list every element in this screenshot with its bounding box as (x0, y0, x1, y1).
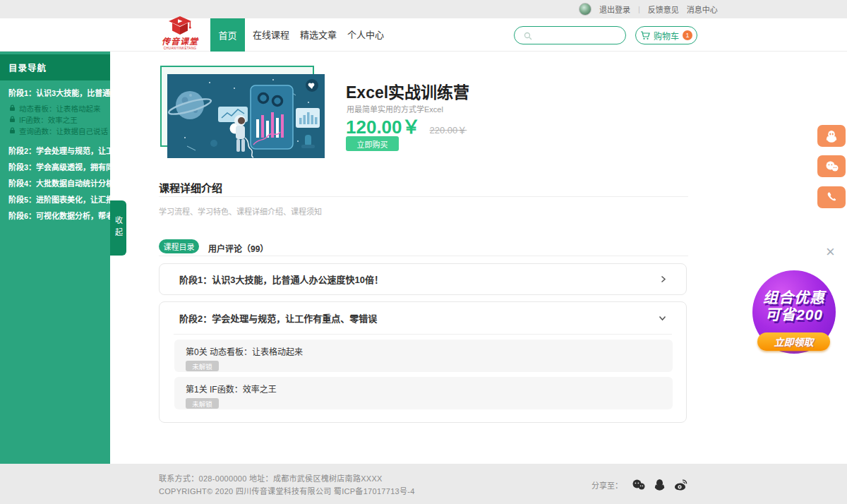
lock-icon (9, 127, 16, 134)
sidebar-stage-5[interactable]: 阶段5：进阶图表美化，让汇报一... (0, 191, 110, 207)
share-wechat-icon[interactable] (632, 479, 645, 491)
lock-icon (9, 116, 16, 123)
accordion-stage-1[interactable]: 阶段1：认识3大技能，比普通人办公速度快10倍！ (159, 263, 687, 295)
detail-summary: 学习流程、学习特色、课程详细介绍、课程须知 (159, 205, 322, 217)
sidebar-title: 目录导航 (0, 54, 110, 80)
feedback-link[interactable]: 反馈意见 (648, 4, 679, 15)
tab-online-courses[interactable]: 在线课程 (253, 18, 289, 52)
promo-close-icon[interactable]: × (826, 244, 835, 260)
promo-line-1: 组合优惠 (763, 289, 825, 306)
lock-icon (9, 104, 16, 112)
share-bar: 分享至： (591, 479, 687, 491)
logout-link[interactable]: 退出登录 (599, 4, 630, 15)
brand-subtitle: CHUANYINKETANG (162, 46, 198, 49)
promo-line-2: 可省200 (765, 306, 823, 323)
tab-home[interactable]: 首页 (210, 18, 245, 52)
promo-claim-button[interactable]: 立即领取 (757, 332, 830, 351)
wechat-icon (825, 161, 839, 172)
graduation-cap-icon (167, 16, 193, 35)
cart-icon (640, 31, 650, 40)
share-weibo-icon[interactable] (674, 479, 687, 491)
detail-section-title: 课程详细介绍 (159, 180, 222, 195)
sidebar-lesson-2[interactable]: IF函数：效率之王 (0, 114, 110, 125)
share-label: 分享至： (591, 479, 623, 491)
footer-copyright: COPYRIGHT© 2020 四川传音课堂科技有限公司 蜀ICP备170177… (159, 485, 415, 496)
stage-list: 阶段1：认识3大技能，比普通人... 动态看板：让表格动起来 IF函数：效率之王… (0, 84, 110, 223)
page: 退出登录 | 反馈意见 消息中心 传音课堂 CHUANYINKETANG 首页 … (0, 0, 847, 504)
brand-logo[interactable]: 传音课堂 CHUANYINKETANG (160, 16, 200, 50)
user-avatar[interactable] (579, 3, 591, 16)
phone-contact-button[interactable] (817, 186, 846, 208)
topbar-user-area: 退出登录 | 反馈意见 消息中心 (579, 0, 718, 18)
wechat-contact-button[interactable] (817, 155, 846, 177)
sidebar-stage-1[interactable]: 阶段1：认识3大技能，比普通人... (0, 84, 110, 100)
course-old-price: 220.00￥ (430, 123, 467, 136)
lesson-name: 第1关 IF函数：效率之王 (186, 383, 673, 395)
sidebar-stage-2[interactable]: 阶段2：学会处理与规范，让工作... (0, 142, 110, 158)
messages-link[interactable]: 消息中心 (687, 4, 718, 15)
buy-now-button[interactable]: 立即购买 (346, 136, 399, 151)
sidebar-stage-3[interactable]: 阶段3：学会高级透视，拥有同时... (0, 158, 110, 174)
locked-badge: 未解锁 (186, 361, 219, 371)
qq-icon (826, 130, 837, 143)
accordion-divider (174, 334, 672, 335)
brand-name: 传音课堂 (160, 38, 200, 46)
sidebar-stage-4[interactable]: 阶段4：大批数据自动统计分析，... (0, 174, 110, 191)
tab-user-comments[interactable]: 用户评论（99） (208, 242, 268, 254)
search-bar: 搜索 (514, 26, 626, 44)
sidebar-lesson-1[interactable]: 动态看板：让表格动起来 (0, 102, 110, 114)
sidebar-stage-6[interactable]: 阶段6：可视化数据分析，帮老板... (0, 207, 110, 223)
tab-personal-center[interactable]: 个人中心 (347, 18, 384, 52)
catalog-sidebar: 目录导航 阶段1：认识3大技能，比普通人... 动态看板：让表格动起来 IF函数… (0, 52, 110, 464)
lesson-item-0[interactable]: 第0关 动态看板：让表格动起来 未解锁 (174, 340, 673, 372)
section-divider (159, 196, 688, 197)
topbar: 退出登录 | 反馈意见 消息中心 (0, 0, 847, 18)
cart-count-badge: 1 (683, 30, 692, 40)
share-qq-icon[interactable] (654, 479, 665, 491)
price-row: 120.00￥ 220.00￥ (346, 112, 467, 138)
footer-contact: 联系方式：028-0000000 地址：成都市武侯区槐树店南路XXXX (159, 472, 383, 484)
qq-contact-button[interactable] (817, 125, 846, 147)
phone-icon (827, 192, 837, 203)
tabs-divider (159, 256, 688, 256)
sidebar-lesson-3[interactable]: 查询函数：让数据自己说话 (0, 125, 110, 136)
footer: 联系方式：028-0000000 地址：成都市武侯区槐树店南路XXXX COPY… (0, 464, 847, 504)
accordion-stage-2: 阶段2：学会处理与规范，让工作有重点、零错误 第0关 动态看板：让表格动起来 未… (159, 301, 687, 423)
cart-label: 购物车 (654, 30, 679, 42)
chevron-right-icon (661, 275, 666, 283)
cart-button[interactable]: 购物车 1 (635, 26, 697, 44)
course-price: 120.00￥ (346, 112, 421, 138)
sidebar-collapse-button[interactable]: 收起 (110, 200, 126, 256)
locked-badge: 未解锁 (186, 398, 219, 409)
accordion-stage-2-title: 阶段2：学会处理与规范，让工作有重点、零错误 (179, 311, 377, 325)
accordion-stage-2-header[interactable]: 阶段2：学会处理与规范，让工作有重点、零错误 (160, 302, 686, 334)
header: 传音课堂 CHUANYINKETANG 首页 在线课程 精选文章 个人中心 搜索… (0, 18, 847, 52)
stage-1-lessons: 动态看板：让表格动起来 IF函数：效率之王 查询函数：让数据自己说话 (0, 100, 110, 142)
course-cover-illustration (167, 74, 325, 158)
lesson-item-1[interactable]: 第1关 IF函数：效率之王 未解锁 (174, 377, 673, 409)
tab-featured-articles[interactable]: 精选文章 (300, 18, 337, 52)
chevron-down-icon (659, 316, 666, 321)
topbar-divider: | (638, 5, 640, 13)
search-icon (524, 32, 532, 40)
lesson-name: 第0关 动态看板：让表格动起来 (186, 345, 673, 357)
course-title: Excel实战训练营 (346, 79, 469, 103)
course-cover-image[interactable] (167, 74, 325, 158)
accordion-stage-1-title: 阶段1：认识3大技能，比普通人办公速度快10倍！ (179, 272, 383, 286)
tab-course-catalog[interactable]: 课程目录 (159, 239, 199, 253)
